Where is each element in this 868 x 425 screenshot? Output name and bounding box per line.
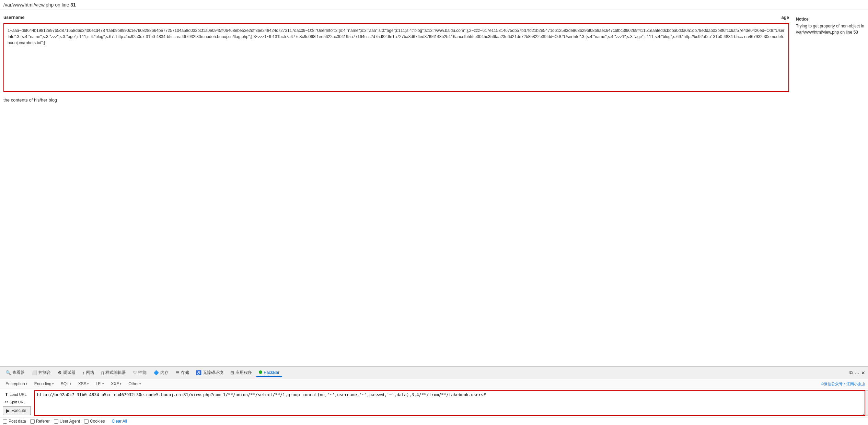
menu-sql-label: SQL — [61, 381, 69, 386]
split-url-button[interactable]: ✂ Split URL — [3, 399, 31, 405]
left-content: username age 1~aaa~d6f644b19812e97b5d871… — [0, 13, 792, 106]
hackbar-bottom-row: Post data Referer User Agent Cookies Cle… — [0, 417, 868, 425]
error-keyword: on line — [55, 2, 69, 8]
menu-other[interactable]: Other ▾ — [126, 380, 144, 387]
col-username: username — [3, 15, 24, 20]
clear-all-button[interactable]: Clear All — [112, 419, 127, 424]
tab-debugger-label: 调试器 — [63, 370, 76, 376]
xxe-arrow-icon: ▾ — [120, 382, 121, 386]
encoding-arrow-icon: ▾ — [52, 382, 54, 386]
notice-box: Notice Trying to get property of non-obj… — [796, 17, 865, 35]
tab-memory-label: 内存 — [160, 370, 169, 376]
tab-debugger[interactable]: ⚙ 调试器 — [55, 368, 78, 377]
tab-hackbar[interactable]: HackBar — [256, 368, 282, 377]
accessibility-icon: ♿ — [196, 370, 201, 375]
inspector-icon: 🔍 — [5, 370, 11, 375]
data-result-box: 1~aaa~d6f644b19812e97b5d871658d6d3400ecd… — [3, 23, 789, 92]
error-path: /var/www/html/view.php — [3, 2, 54, 8]
referer-label: Referer — [36, 419, 50, 424]
url-input[interactable] — [34, 390, 865, 416]
tab-storage[interactable]: ☰ 存储 — [173, 368, 192, 377]
tab-network-label: 网络 — [86, 370, 94, 376]
menu-xss-label: XSS — [78, 381, 86, 386]
menu-encryption-label: Encryption — [5, 381, 25, 386]
tab-style-editor[interactable]: {} 样式编辑器 — [99, 368, 129, 377]
referer-checkbox[interactable] — [30, 419, 35, 424]
devtools-tabs-row: 🔍 查看器 ⬜ 控制台 ⚙ 调试器 ↕ 网络 {} 样式编辑器 ♡ 性能 🔷 内… — [0, 367, 868, 379]
hackbar-url-row: ⬆ Load URL ✂ Split URL ▶ Execute — [0, 389, 868, 417]
storage-icon: ☰ — [175, 370, 180, 375]
split-url-icon: ✂ — [5, 400, 8, 404]
tab-inspector-label: 查看器 — [12, 370, 25, 376]
execute-button[interactable]: ▶ Execute — [3, 406, 31, 415]
load-url-button[interactable]: ⬆ Load URL — [3, 391, 31, 398]
user-agent-checkbox[interactable] — [54, 419, 58, 424]
execute-label: Execute — [11, 408, 26, 413]
split-url-label: Split URL — [10, 400, 25, 404]
error-line: 31 — [70, 2, 76, 8]
execute-play-icon: ▶ — [6, 408, 10, 413]
memory-icon: 🔷 — [153, 370, 159, 375]
menu-encoding[interactable]: Encoding ▾ — [32, 380, 57, 387]
tab-performance[interactable]: ♡ 性能 — [130, 368, 149, 377]
notice-label: Notice — [796, 17, 809, 22]
menu-xxe-label: XXE — [111, 381, 119, 386]
menu-lfi[interactable]: LFI ▾ — [93, 380, 107, 387]
menu-xxe[interactable]: XXE ▾ — [108, 380, 124, 387]
menu-encoding-label: Encoding — [34, 381, 51, 386]
col-age: age — [782, 15, 789, 20]
debugger-icon: ⚙ — [58, 370, 62, 375]
devtools-right-icons: ⧉ ··· ✕ — [849, 370, 865, 376]
load-url-icon: ⬆ — [5, 392, 8, 397]
tab-accessibility[interactable]: ♿ 无障碍环境 — [193, 368, 226, 377]
hackbar-url-input-wrap — [34, 390, 868, 416]
tab-network[interactable]: ↕ 网络 — [80, 368, 97, 377]
tab-inspector[interactable]: 🔍 查看器 — [3, 368, 27, 377]
devtools-bar: 🔍 查看器 ⬜ 控制台 ⚙ 调试器 ↕ 网络 {} 样式编辑器 ♡ 性能 🔷 内… — [0, 366, 868, 425]
post-data-label: Post data — [9, 419, 26, 424]
url-resize-handle[interactable] — [865, 390, 868, 416]
applications-icon: ⊞ — [230, 370, 234, 375]
style-editor-icon: {} — [101, 370, 104, 375]
menu-lfi-label: LFI — [96, 381, 102, 386]
tab-storage-label: 存储 — [181, 370, 189, 376]
lfi-arrow-icon: ▾ — [102, 382, 104, 386]
bottom-spacer — [0, 109, 868, 178]
tab-applications-label: 应用程序 — [235, 370, 252, 376]
other-arrow-icon: ▾ — [139, 382, 141, 386]
menu-encryption[interactable]: Encryption ▾ — [3, 380, 30, 387]
hackbar-menu-row: Encryption ▾ Encoding ▾ SQL ▾ XSS ▾ LFI … — [0, 379, 868, 389]
performance-icon: ♡ — [133, 370, 137, 375]
user-agent-checkbox-item[interactable]: User Agent — [54, 419, 80, 424]
close-devtools-icon[interactable]: ✕ — [861, 370, 865, 376]
encryption-arrow-icon: ▾ — [26, 382, 27, 386]
right-notice-panel: Notice Trying to get property of non-obj… — [792, 13, 868, 106]
hackbar-panel: Encryption ▾ Encoding ▾ SQL ▾ XSS ▾ LFI … — [0, 379, 868, 425]
referer-checkbox-item[interactable]: Referer — [30, 419, 50, 424]
sql-arrow-icon: ▾ — [70, 382, 71, 386]
expand-icon[interactable]: ⧉ — [849, 370, 853, 376]
console-icon: ⬜ — [32, 370, 37, 375]
top-error-message: /var/www/html/view.php on line 31 — [0, 0, 868, 10]
cookies-label: Cookies — [90, 419, 105, 424]
more-options-icon[interactable]: ··· — [855, 370, 859, 376]
cookies-checkbox[interactable] — [84, 419, 89, 424]
post-data-checkbox-item[interactable]: Post data — [3, 419, 26, 424]
menu-sql[interactable]: SQL ▾ — [58, 380, 74, 387]
notice-text: Trying to get property of non-object in … — [796, 23, 865, 35]
green-dot — [259, 370, 262, 374]
cookies-checkbox-item[interactable]: Cookies — [84, 419, 105, 424]
tab-memory[interactable]: 🔷 内存 — [151, 368, 171, 377]
tab-console[interactable]: ⬜ 控制台 — [29, 368, 54, 377]
table-header: username age — [3, 13, 789, 21]
tab-console-label: 控制台 — [38, 370, 51, 376]
main-content: username age 1~aaa~d6f644b19812e97b5d871… — [0, 10, 868, 109]
hackbar-dot-icon — [259, 370, 262, 375]
tab-applications[interactable]: ⊞ 应用程序 — [228, 368, 255, 377]
blog-text: the contents of his/her blog — [3, 97, 57, 103]
hackbar-credit: ©微信公众号：江南小虫虫 — [821, 381, 865, 387]
menu-xss[interactable]: XSS ▾ — [76, 380, 92, 387]
post-data-checkbox[interactable] — [3, 419, 7, 424]
blog-contents-label: the contents of his/her blog — [3, 94, 789, 106]
data-content: 1~aaa~d6f644b19812e97b5d871658d6d3400ecd… — [8, 28, 785, 45]
